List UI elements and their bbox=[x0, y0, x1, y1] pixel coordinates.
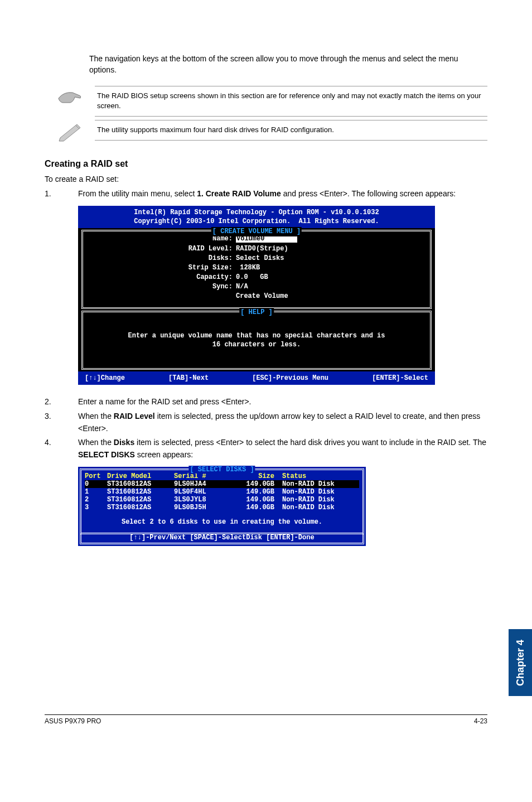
bios-create-volume-screen: Intel(R) Rapid Storage Technology - Opti… bbox=[78, 206, 435, 385]
disk-row[interactable]: 3 ST3160812AS 9LS0BJ5H 149.0GB Non-RAID … bbox=[85, 504, 359, 511]
bold-text: SELECT DISKS bbox=[78, 450, 135, 459]
cell-port: 2 bbox=[85, 496, 107, 504]
cell-status: Non-RAID Disk bbox=[282, 480, 359, 488]
step-body: Enter a name for the RAID set and press … bbox=[78, 396, 487, 408]
nav-tab: [TAB]-Next bbox=[168, 374, 209, 383]
step-3: 3. When the RAID Level item is selected,… bbox=[45, 410, 487, 434]
bios-header: Intel(R) Rapid Storage Technology - Opti… bbox=[78, 206, 435, 228]
hand-point-icon bbox=[56, 86, 84, 108]
help-text: Enter a unique volume name that has no s… bbox=[88, 315, 425, 363]
page-footer: ASUS P9X79 PRO 4-23 bbox=[45, 714, 487, 725]
nav-esc: [ESC]-Previous Menu bbox=[252, 374, 328, 383]
cell-model: ST3160812AS bbox=[107, 496, 174, 504]
section-subtext: To create a RAID set: bbox=[45, 175, 487, 183]
frame-title-disks: [ SELECT DISKS ] bbox=[188, 466, 255, 474]
col-size: Size bbox=[235, 472, 282, 480]
footer-left: ASUS P9X79 PRO bbox=[45, 717, 101, 725]
select-disks-frame: [ SELECT DISKS ] Port Drive Model Serial… bbox=[80, 468, 364, 534]
cell-port: 3 bbox=[85, 504, 107, 511]
field-label-sync: Sync: bbox=[88, 282, 236, 291]
cell-status: Non-RAID Disk bbox=[282, 496, 359, 504]
text: screen appears: bbox=[135, 450, 193, 459]
note-text-2: The utility supports maximum four hard d… bbox=[95, 120, 487, 141]
note-text-1: The RAID BIOS setup screens shown in thi… bbox=[95, 86, 487, 117]
cell-serial: 3LS0JYL8 bbox=[174, 496, 235, 504]
cell-size: 149.0GB bbox=[235, 488, 282, 496]
cell-model: ST3160812AS bbox=[107, 488, 174, 496]
frame-title-help: [ HELP ] bbox=[239, 308, 274, 317]
step-number: 4. bbox=[45, 437, 78, 461]
text: When the bbox=[78, 412, 114, 421]
step-number: 1. bbox=[45, 188, 78, 200]
step-2: 2. Enter a name for the RAID set and pre… bbox=[45, 396, 487, 408]
chapter-tab: Chapter 4 bbox=[509, 629, 532, 696]
cell-status: Non-RAID Disk bbox=[282, 504, 359, 511]
cell-model: ST3160812AS bbox=[107, 480, 174, 488]
nav-enter: [ENTER]-Select bbox=[372, 374, 428, 383]
text: From the utility main menu, select bbox=[78, 189, 197, 198]
disks-header-row: Port Drive Model Serial # Size Status bbox=[85, 472, 359, 480]
cell-model: ST3160812AS bbox=[107, 504, 174, 511]
cell-port: 0 bbox=[85, 480, 107, 488]
bold-text: Disks bbox=[114, 438, 134, 447]
cell-size: 149.0GB bbox=[235, 504, 282, 511]
disks-value[interactable]: Select Disks bbox=[236, 254, 284, 263]
cell-serial: 9LS0HJA4 bbox=[174, 480, 235, 488]
field-label-strip: Strip Size: bbox=[88, 263, 236, 272]
col-serial: Serial # bbox=[174, 472, 235, 480]
step-body: When the Disks item is selected, press <… bbox=[78, 437, 487, 461]
text: When the bbox=[78, 438, 114, 447]
bios-header-line1: Intel(R) Rapid Storage Technology - Opti… bbox=[134, 209, 379, 216]
bold-text: RAID Level bbox=[114, 412, 155, 421]
create-volume-frame: [ CREATE VOLUME MENU ] Name:Volume0 RAID… bbox=[81, 230, 432, 308]
bios-header-line2: Copyright(C) 2003-10 Intel Corporation. … bbox=[134, 218, 379, 225]
frame-title: [ CREATE VOLUME MENU ] bbox=[211, 227, 302, 236]
select-disks-screen: [ SELECT DISKS ] Port Drive Model Serial… bbox=[78, 467, 366, 546]
create-volume-action[interactable]: Create Volume bbox=[236, 292, 288, 301]
strip-size-value[interactable]: 128KB bbox=[236, 263, 260, 272]
disks-nav: [↑↓]-Prev/Next [SPACE]-SelectDisk [ENTER… bbox=[80, 533, 364, 544]
cell-size: 149.0GB bbox=[235, 480, 282, 488]
bios-nav-footer: [↑↓]Change [TAB]-Next [ESC]-Previous Men… bbox=[78, 371, 435, 385]
cell-serial: 9LS0F4HL bbox=[174, 488, 235, 496]
cell-serial: 9LS0BJ5H bbox=[174, 504, 235, 511]
footer-right: 4-23 bbox=[474, 717, 487, 725]
cell-port: 1 bbox=[85, 488, 107, 496]
col-model: Drive Model bbox=[107, 472, 174, 480]
disk-row[interactable]: 1 ST3160812AS 9LS0F4HL 149.0GB Non-RAID … bbox=[85, 488, 359, 496]
nav-change: [↑↓]Change bbox=[85, 374, 125, 383]
intro-paragraph: The navigation keys at the bottom of the… bbox=[89, 53, 487, 76]
help-frame: [ HELP ] Enter a unique volume name that… bbox=[81, 311, 432, 370]
bold-text: 1. Create RAID Volume bbox=[197, 189, 281, 198]
step-body: When the RAID Level item is selected, pr… bbox=[78, 410, 487, 434]
step-number: 3. bbox=[45, 410, 78, 434]
sync-value: N/A bbox=[236, 282, 248, 291]
cell-status: Non-RAID Disk bbox=[282, 488, 359, 496]
note-row-1: The RAID BIOS setup screens shown in thi… bbox=[56, 86, 487, 117]
text: item is selected, press <Enter> to selec… bbox=[134, 438, 486, 447]
capacity-value[interactable]: 0.0 GB bbox=[236, 273, 268, 282]
text: and press <Enter>. The following screen … bbox=[281, 189, 456, 198]
step-1: 1. From the utility main menu, select 1.… bbox=[45, 188, 487, 200]
field-label-disks: Disks: bbox=[88, 254, 236, 263]
col-port: Port bbox=[85, 472, 107, 480]
disk-row[interactable]: 0 ST3160812AS 9LS0HJA4 149.0GB Non-RAID … bbox=[85, 480, 359, 488]
disk-row[interactable]: 2 ST3160812AS 3LS0JYL8 149.0GB Non-RAID … bbox=[85, 496, 359, 504]
field-label-capacity: Capacity: bbox=[88, 273, 236, 282]
pencil-icon bbox=[56, 120, 84, 142]
step-4: 4. When the Disks item is selected, pres… bbox=[45, 437, 487, 461]
section-heading: Creating a RAID set bbox=[45, 159, 487, 169]
raid-level-value[interactable]: RAID0(Stripe) bbox=[236, 244, 288, 253]
cell-size: 149.0GB bbox=[235, 496, 282, 504]
col-status: Status bbox=[282, 472, 359, 480]
note-row-2: The utility supports maximum four hard d… bbox=[56, 120, 487, 142]
step-number: 2. bbox=[45, 396, 78, 408]
step-body: From the utility main menu, select 1. Cr… bbox=[78, 188, 487, 200]
disks-message: Select 2 to 6 disks to use in creating t… bbox=[85, 511, 359, 532]
field-label-raid-level: RAID Level: bbox=[88, 244, 236, 253]
